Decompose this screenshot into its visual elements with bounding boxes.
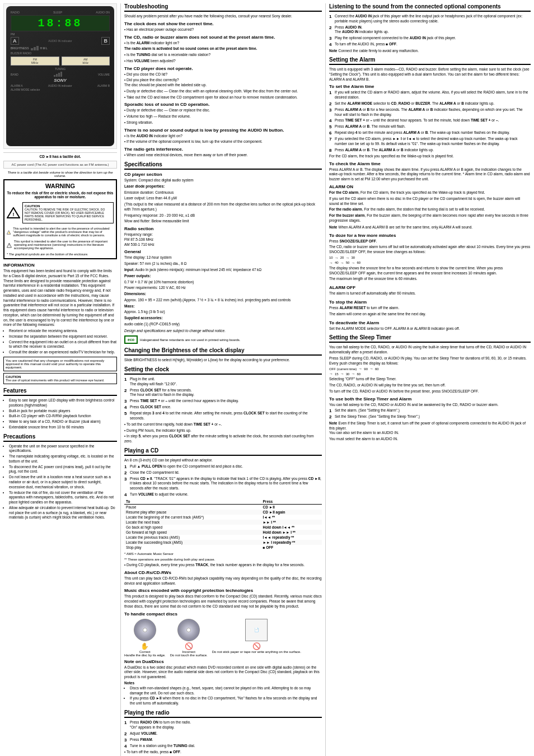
ts-clock-text: • Has an electrical power outage occurre… (124, 27, 322, 32)
measure-3: Connect the equipment into an outlet on … (9, 340, 117, 350)
information-measures: Reorient or relocate the receiving anten… (3, 329, 117, 355)
sleep-note3: You can also set the alarm to an AUDIO I… (329, 431, 531, 436)
doze-display-note: The display shows the snooze time for a … (329, 266, 531, 276)
cd-section-title: CD player section (124, 172, 322, 177)
exclamation-icon: ! (7, 240, 12, 251)
radio-section: Playing the radio 1 Press RADIO ON to tu… (124, 710, 322, 756)
dual-disc-heading: Note on DualDiscs (124, 659, 322, 664)
features-section: Features Easy to see large green LED dis… (3, 388, 117, 430)
device-image: RADIO SLEEP AUDIO ON 18:88 PM A AUDIO IN… (3, 3, 117, 149)
ts-radio-heading: The radio gets interference. (124, 147, 322, 152)
table-row: Go back at high speedHold down I◄◄ ** (124, 525, 322, 530)
clock-step-5: 5 Repeat steps 3 and 4 to set the minute… (124, 411, 322, 421)
cd-player-spec: CD player section System: Compact disc d… (124, 172, 322, 333)
sleep-cd-off-note: The CD, RADIO, or AUDIO IN will play for… (329, 383, 531, 388)
caution-box: CAUTION CAUTION: TO REMOVE THE RISK OF E… (22, 202, 114, 223)
sleep-use-step-1: 1 Set the alarm. (See "Setting the Alarm… (329, 408, 531, 413)
handle-discs-heading: To handle compact discs (124, 612, 322, 617)
sleep-use-step-2: 2 Set the Sleep Timer. (See "Setting the… (329, 414, 531, 419)
troubleshooting-heading: Troubleshooting (124, 3, 322, 12)
incorrect-disc-1: 🚫 Incorrect Do not touch the surface. (170, 619, 208, 657)
alarm-off-section: ALARM OFF The alarm is turned off automa… (329, 285, 531, 296)
disc-images: ✋ Correct Handle the disc by its edge. 🚫… (124, 619, 322, 657)
listening-section: Listening to the sound from the connecte… (329, 3, 531, 53)
specifications-section: Specifications CD player section System:… (124, 161, 322, 344)
symbol1: ⚡ This symbol is intended to alert the u… (7, 227, 114, 238)
alarm-step-8: 8 Press ALARM A or B. The ALARM A or B i… (329, 148, 531, 153)
disc-notes-list: Discs with non-standard shapes (e.g., he… (124, 686, 322, 706)
doze-text: The CD, radio or buzzer alarm turns off … (329, 245, 531, 255)
brightness-section: Changing the Brightness of the clock dis… (124, 347, 322, 363)
col-press: Press (261, 499, 322, 505)
disc-notes-section: Notes Discs with non-standard shapes (e.… (124, 681, 322, 706)
clock-display: 18:88 (38, 17, 82, 30)
cdr-section: About CD-Rs/CD-RWs This unit can play ba… (124, 570, 322, 586)
feature-1: Easy to see large green LED display with… (9, 398, 117, 408)
stop-alarm-section: To stop the Alarm Press ALARM RESET to t… (329, 300, 531, 317)
incorrect-disc-2: 📄 🚫 Do not stick paper or tape nor write… (212, 619, 301, 654)
warning-title: WARNING (7, 183, 114, 189)
information-section: INFORMATION This equipment has been test… (3, 263, 117, 384)
sleep-intro2: Press SLEEP during CD, RADIO, or AUDIO I… (329, 356, 531, 366)
music-discs-text: This product is designed to play back di… (124, 594, 322, 609)
clock-heading: Setting the clock (124, 366, 322, 375)
disc-note-1: Discs with non-standard shapes (e.g., he… (130, 686, 322, 696)
feature-3: Built-in CD player with CD-R/RW playback… (9, 414, 117, 419)
precaution-6: Allow adequate air circulation to preven… (9, 506, 117, 520)
clock-step-2: 2 Press CLOCK SET for a few seconds.The … (124, 388, 322, 398)
radio-step-2: 2 Adjust VOLUME. (124, 731, 322, 736)
listen-step-3: 3 Play the optional component connected … (329, 36, 531, 41)
precaution-3: To disconnect the AC power cord (mains l… (9, 465, 117, 475)
deactivate-text: Set the ALARM MODE selector to OFF. ALAR… (329, 326, 531, 332)
feature-2: Built-in jack for portable music players (9, 409, 117, 414)
cautioned-box: You are cautioned that any changes or mo… (3, 357, 117, 371)
features-list: Easy to see large green LED display with… (3, 398, 117, 430)
set-alarm-time-heading: To set the Alarm time (329, 84, 531, 89)
table-row: Locate the succeeding track (AMS)►► I re… (124, 540, 322, 545)
clock-step-4: 4 Press CLOCK SET once. (124, 405, 322, 410)
use-text: You can fall asleep to the CD, RADIO or … (329, 403, 531, 408)
cd-step-1: 1 Pull ▲ PULL OPEN to open the CD compar… (124, 464, 322, 469)
alarm-step-5: 5 Press ALARM A or B. The minute will fl… (329, 124, 531, 129)
svg-text:!: ! (13, 212, 15, 217)
alarm-intro: This unit is equipped with 3 alarm modes… (329, 67, 531, 82)
stop-alarm-heading: To stop the Alarm (329, 300, 531, 305)
radio-section-title: Radio section (124, 226, 322, 231)
troubleshooting-intro: Should any problem persist after you hav… (124, 14, 322, 19)
ts-sporadic-heading: Sporadic loss of sound in CD operation. (124, 102, 322, 107)
alarm-off-heading: ALARM OFF (329, 285, 531, 290)
features-heading: Features (3, 388, 117, 396)
stop-alarm-note: The alarm will come on again at the same… (329, 312, 531, 317)
eco-section: eco Halogenated flame retardants are not… (124, 335, 322, 344)
deactivate-section: To deactivate the Alarm Set the ALARM MO… (329, 320, 531, 332)
troubleshooting-section: Troubleshooting Should any problem persi… (124, 3, 322, 158)
precaution-4: Do not leave the unit in a location near… (9, 475, 117, 489)
clock-step-1: 1 Plug in the unit.The display will flas… (124, 377, 322, 387)
playing-cd-section: Playing a CD An 8 cm (3-inch) CD can be … (124, 447, 322, 568)
check-alarm-text: Press ALARM A or B. The display shows th… (329, 167, 531, 182)
doze-max-note: The maximum length of the snooze time is… (329, 277, 531, 282)
correct-disc: ✋ Correct Handle the disc by its edge. (124, 619, 166, 657)
general-title: General (124, 249, 322, 254)
tactile-volume-note: There is a tactile dot beside volume to … (3, 171, 117, 178)
alarm-a-indicator: A (11, 37, 19, 45)
music-discs-heading: Music discs encoded with copyright prote… (124, 588, 322, 593)
precautions-section: Precautions Operate the unit on the powe… (3, 433, 117, 520)
doze-section: To doze for a few more minutes Press SNO… (329, 233, 531, 282)
sleep-timer-heading: Setting the Sleep Timer (329, 334, 531, 343)
sleep-sequence: OFF (current time) → 90 → 60 (329, 367, 531, 371)
alarm-step-4: 4 Press TIME SET + or – until the desire… (329, 118, 531, 123)
listen-step-2: 2 Press AUDIO IN.The AUDIO IN indicator … (329, 25, 531, 35)
alarm-on-heading: ALARM ON (329, 184, 531, 189)
sony-logo: SONY (11, 78, 110, 83)
ts-cd-heading: The CD player does not operate. (124, 66, 322, 71)
feature-4: Wake to any task of a CD, RADIO or Buzze… (9, 419, 117, 424)
music-discs-section: Music discs encoded with copyright prote… (124, 588, 322, 609)
alarm-step-6: 6 Repeat step 4 to set the minute and pr… (329, 130, 531, 136)
precautions-list: Operate the unit on the power source spe… (3, 444, 117, 520)
precaution-2: The nameplate indicating operating volta… (9, 454, 117, 464)
svg-text:⚡: ⚡ (8, 231, 11, 234)
ts-audio-heading: There is no sound or sound output is low… (124, 128, 322, 133)
cd-step-3: 3 Press CD ►II. "TRACK '01'" appears in … (124, 477, 322, 491)
table-row: Locate the next track►► I ** (124, 520, 322, 525)
